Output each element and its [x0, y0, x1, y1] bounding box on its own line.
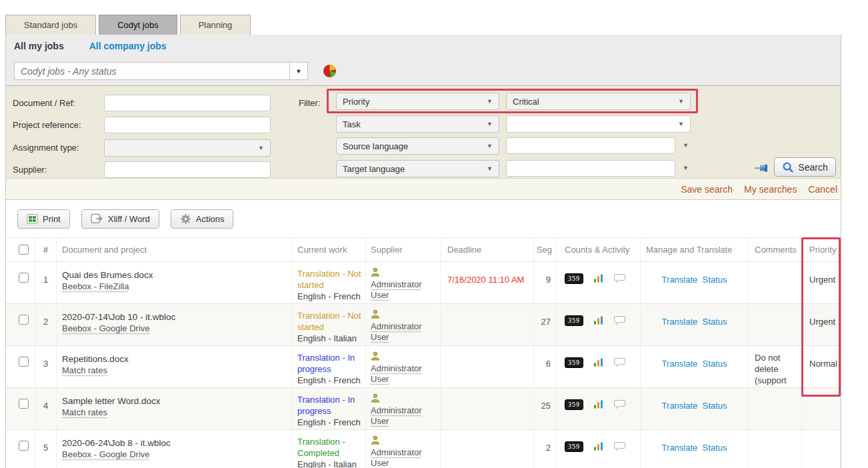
document-name: 2020-07-14\Job 10 - it.wbloc [62, 311, 287, 323]
supplier-link[interactable]: Administrator User [371, 447, 422, 468]
status-link[interactable]: Status [703, 317, 727, 327]
supplier-link[interactable]: Administrator User [371, 279, 422, 300]
comment-bubble-icon[interactable] [614, 357, 626, 367]
header-priority[interactable]: Priority [802, 238, 841, 261]
project-link[interactable]: Beebox - Google Drive [62, 449, 150, 459]
filter-value-2-select[interactable]: ▼ [506, 115, 691, 133]
work-status: Translation - Completed [297, 436, 363, 459]
user-icon [371, 393, 380, 403]
header-num[interactable]: # [35, 238, 57, 261]
xliff-word-button[interactable]: Xliff / Word [81, 209, 159, 229]
print-button[interactable]: Print [17, 209, 70, 229]
save-search-link[interactable]: Save search [681, 184, 733, 195]
pin-search-button[interactable] [754, 164, 770, 175]
supplier-link[interactable]: Administrator User [371, 405, 422, 426]
my-searches-link[interactable]: My searches [744, 184, 797, 195]
filter-field-3-select[interactable]: Source language▼ [336, 137, 499, 155]
language-pair: English - French [297, 375, 363, 386]
comment-bubble-icon[interactable] [614, 273, 626, 283]
activity-chart-icon[interactable] [593, 273, 604, 283]
row-checkbox[interactable] [19, 315, 29, 325]
translate-link[interactable]: Translate [662, 359, 698, 369]
row-number: 5 [35, 430, 57, 468]
comment-bubble-icon[interactable] [614, 399, 626, 409]
row-checkbox[interactable] [19, 357, 29, 367]
supplier-link[interactable]: Administrator User [371, 321, 422, 342]
priority-value: Urgent [802, 304, 841, 345]
comment-bubble-icon[interactable] [614, 441, 626, 451]
header-seg[interactable]: Seg [534, 238, 557, 261]
chevron-down-icon[interactable]: ▼ [683, 165, 689, 171]
codyt-jobs-page: Standard jobs Codyt jobs Planning All my… [0, 0, 868, 468]
job-status-input[interactable] [14, 62, 290, 80]
filter-value-3-input[interactable] [506, 137, 675, 154]
header-comments[interactable]: Comments [749, 238, 802, 261]
header-manage[interactable]: Manage and Translate [641, 238, 749, 261]
search-actions-bar: Save search My searches Cancel [6, 179, 841, 200]
all-company-jobs-link[interactable]: All company jobs [89, 41, 167, 51]
word-count-badge[interactable]: 359 [565, 357, 583, 368]
header-counts[interactable]: Counts & Activity [557, 238, 641, 261]
spreadsheet-icon [27, 213, 38, 225]
chevron-down-icon: ▼ [678, 121, 684, 127]
row-checkbox[interactable] [19, 273, 29, 283]
activity-chart-icon[interactable] [593, 357, 604, 367]
row-number: 4 [35, 388, 57, 429]
header-current-work[interactable]: Current work [293, 238, 366, 261]
filter-highlight-box [327, 89, 698, 113]
project-link[interactable]: Beebox - Google Drive [62, 323, 150, 333]
filter-field-2-select[interactable]: Task▼ [336, 115, 499, 133]
tab-planning[interactable]: Planning [180, 15, 251, 35]
supplier-input[interactable] [104, 161, 271, 178]
status-link[interactable]: Status [703, 359, 727, 369]
tab-codyt-jobs[interactable]: Codyt jobs [99, 15, 177, 35]
project-link[interactable]: Beebox - FileZilla [62, 281, 129, 291]
filter-field-4-select[interactable]: Target language▼ [336, 160, 499, 177]
search-filter-panel: Document / Ref: Project reference: Assig… [6, 86, 841, 179]
project-link[interactable]: Match rates [62, 407, 107, 417]
activity-chart-icon[interactable] [593, 441, 604, 451]
word-count-badge[interactable]: 359 [565, 441, 583, 452]
row-checkbox[interactable] [19, 441, 29, 451]
activity-chart-icon[interactable] [593, 315, 604, 325]
doc-ref-input[interactable] [104, 95, 271, 111]
status-link[interactable]: Status [703, 401, 727, 411]
filter-value-4-input[interactable] [506, 160, 675, 177]
activity-chart-icon[interactable] [593, 399, 604, 409]
cancel-link[interactable]: Cancel [808, 184, 837, 195]
job-status-combobox: ▼ [14, 62, 308, 80]
header-deadline[interactable]: Deadline [441, 238, 534, 261]
row-checkbox[interactable] [19, 399, 29, 409]
all-my-jobs-link[interactable]: All my jobs [14, 41, 64, 51]
status-link[interactable]: Status [703, 443, 727, 453]
header-document[interactable]: Document and project [57, 238, 293, 261]
translate-link[interactable]: Translate [662, 275, 698, 285]
table-row: 5 2020-06-24\Job 8 - it.wbloc Beebox - G… [6, 429, 841, 468]
translate-link[interactable]: Translate [662, 443, 698, 453]
job-status-dropdown-button[interactable]: ▼ [290, 62, 308, 80]
status-link[interactable]: Status [703, 275, 727, 285]
select-all-checkbox[interactable] [19, 245, 29, 255]
comment-text [749, 430, 802, 468]
document-name: Quai des Brumes.docx [62, 269, 287, 281]
assignment-type-select[interactable]: ▼ [104, 139, 271, 157]
actions-button[interactable]: Actions [171, 209, 234, 229]
header-supplier[interactable]: Supplier [366, 238, 441, 261]
project-link[interactable]: Match rates [62, 365, 107, 375]
translate-link[interactable]: Translate [662, 317, 698, 327]
table-row: 4 Sample letter Word.docx Match rates Tr… [6, 387, 841, 429]
project-ref-input[interactable] [104, 117, 271, 133]
word-count-badge[interactable]: 359 [565, 399, 583, 410]
gear-icon [180, 213, 191, 225]
search-button[interactable]: Search [774, 157, 836, 177]
comment-bubble-icon[interactable] [614, 315, 626, 325]
chevron-down-icon[interactable]: ▼ [683, 142, 689, 149]
supplier-link[interactable]: Administrator User [371, 363, 422, 384]
statistics-button[interactable] [323, 64, 337, 78]
language-pair: English - French [297, 417, 363, 428]
word-count-badge[interactable]: 359 [565, 273, 583, 284]
pie-chart-icon [323, 64, 337, 78]
tab-standard-jobs[interactable]: Standard jobs [5, 15, 96, 35]
translate-link[interactable]: Translate [662, 401, 698, 411]
word-count-badge[interactable]: 359 [565, 315, 583, 326]
